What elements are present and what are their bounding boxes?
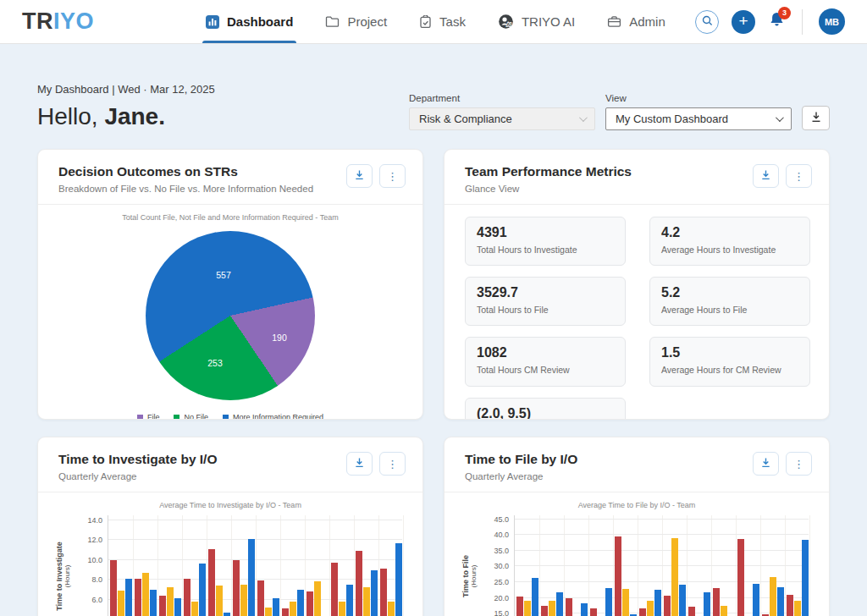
search-button[interactable]: [695, 10, 719, 34]
bar-red[interactable]: [184, 579, 191, 616]
bar-yellow[interactable]: [671, 538, 678, 616]
notifications-button[interactable]: 3: [768, 11, 786, 33]
tab-task[interactable]: Task: [419, 0, 466, 43]
bar-blue[interactable]: [346, 585, 353, 616]
bar-blue[interactable]: [679, 585, 686, 616]
bar-blue[interactable]: [125, 579, 132, 616]
bar-blue[interactable]: [753, 584, 759, 616]
gridline: [515, 581, 809, 582]
bar-red[interactable]: [159, 596, 166, 616]
bar-yellow[interactable]: [118, 591, 124, 616]
more-options-button[interactable]: ⋮: [786, 164, 812, 188]
bar-red[interactable]: [664, 596, 671, 616]
more-options-button[interactable]: ⋮: [379, 452, 406, 476]
bar-blue[interactable]: [248, 539, 255, 616]
bar-red[interactable]: [615, 536, 621, 616]
bar-yellow[interactable]: [290, 602, 296, 616]
tab-triyo-ai[interactable]: AITRIYO AI: [498, 0, 575, 43]
bar-yellow[interactable]: [216, 586, 223, 616]
bar-red[interactable]: [380, 569, 387, 616]
bar-red[interactable]: [688, 607, 695, 616]
bar-blue[interactable]: [605, 588, 612, 616]
bar-red[interactable]: [541, 606, 548, 616]
bar-red[interactable]: [787, 595, 793, 616]
bar-red[interactable]: [135, 579, 141, 616]
download-chart-button[interactable]: [753, 452, 779, 476]
bar-blue[interactable]: [174, 598, 181, 616]
bar-blue[interactable]: [297, 590, 304, 616]
bar-red[interactable]: [306, 591, 313, 616]
bar-yellow[interactable]: [794, 601, 801, 616]
bar-yellow[interactable]: [647, 601, 654, 616]
metric-tile: (2.0, 9.5)95% confidence interval for ho…: [465, 398, 626, 420]
bar-red[interactable]: [737, 539, 744, 616]
bar-red[interactable]: [639, 608, 646, 616]
plus-icon: +: [738, 13, 748, 29]
kebab-menu-icon: ⋮: [387, 459, 398, 470]
bar-yellow[interactable]: [142, 573, 149, 616]
bar-plot-area[interactable]: 15.020.025.030.035.040.045.0: [514, 515, 809, 616]
bar-red[interactable]: [590, 608, 597, 616]
bar-blue[interactable]: [395, 543, 402, 616]
download-chart-button[interactable]: [346, 452, 373, 476]
export-dashboard-button[interactable]: [802, 106, 830, 130]
legend-swatch: [223, 415, 229, 421]
bar-yellow[interactable]: [622, 589, 629, 616]
bar-red[interactable]: [331, 563, 338, 616]
bar-yellow[interactable]: [339, 602, 345, 616]
bar-yellow[interactable]: [524, 601, 531, 616]
brand-logo[interactable]: TRIYO: [22, 8, 94, 35]
bar-blue[interactable]: [150, 590, 157, 616]
bar-yellow[interactable]: [191, 602, 198, 616]
department-select[interactable]: Risk & Compliance: [409, 107, 595, 130]
bar-red[interactable]: [257, 580, 264, 616]
bar-blue[interactable]: [777, 587, 784, 616]
bar-blue[interactable]: [654, 590, 661, 616]
more-options-button[interactable]: ⋮: [379, 164, 406, 188]
nav-divider: [802, 9, 803, 35]
tab-dashboard[interactable]: Dashboard: [206, 0, 293, 43]
card-header: Time to File by I/O Quarterly Average ⋮: [445, 437, 829, 492]
bar-yellow[interactable]: [549, 601, 555, 616]
bar-blue[interactable]: [224, 613, 230, 616]
more-options-button[interactable]: ⋮: [786, 452, 812, 476]
bar-red[interactable]: [282, 608, 289, 616]
bar-blue[interactable]: [532, 578, 538, 616]
y-axis-tick: 20.0: [494, 594, 509, 602]
bar-blue[interactable]: [704, 592, 710, 616]
tab-admin[interactable]: Admin: [607, 0, 665, 43]
bar-blue[interactable]: [802, 540, 809, 616]
y-axis-tick: 14.0: [87, 516, 102, 525]
bar-blue[interactable]: [371, 570, 378, 616]
download-chart-button[interactable]: [753, 164, 779, 188]
bar-red[interactable]: [713, 588, 720, 616]
y-axis-tick: 8.0: [91, 575, 102, 584]
bar-blue[interactable]: [556, 592, 563, 616]
bar-red[interactable]: [356, 551, 362, 616]
avatar[interactable]: MB: [819, 8, 845, 35]
bar-blue[interactable]: [273, 598, 279, 616]
bar-blue[interactable]: [581, 603, 588, 616]
bar-red[interactable]: [110, 560, 117, 616]
bar-yellow[interactable]: [721, 606, 727, 616]
bar-yellow[interactable]: [770, 577, 776, 616]
view-select[interactable]: My Custom Dashboard: [605, 107, 792, 130]
bar-yellow[interactable]: [388, 602, 395, 616]
bar-yellow[interactable]: [167, 587, 174, 616]
bar-yellow[interactable]: [240, 585, 247, 616]
tab-project[interactable]: Project: [325, 0, 387, 43]
metric-value: 1082: [477, 345, 614, 360]
bar-yellow[interactable]: [265, 608, 272, 616]
bar-blue[interactable]: [199, 564, 206, 616]
bar-yellow[interactable]: [314, 581, 321, 616]
bar-red[interactable]: [516, 597, 523, 616]
bar-plot-area[interactable]: 6.08.010.012.014.0: [108, 515, 402, 616]
bar-red[interactable]: [233, 560, 240, 616]
pie-graphic[interactable]: [146, 231, 315, 400]
download-chart-button[interactable]: [346, 164, 373, 188]
bar-yellow[interactable]: [363, 587, 370, 616]
card-subtitle: Quarterly Average: [465, 471, 577, 481]
add-button[interactable]: +: [732, 10, 755, 34]
bar-red[interactable]: [566, 598, 572, 616]
bar-red[interactable]: [208, 549, 215, 616]
